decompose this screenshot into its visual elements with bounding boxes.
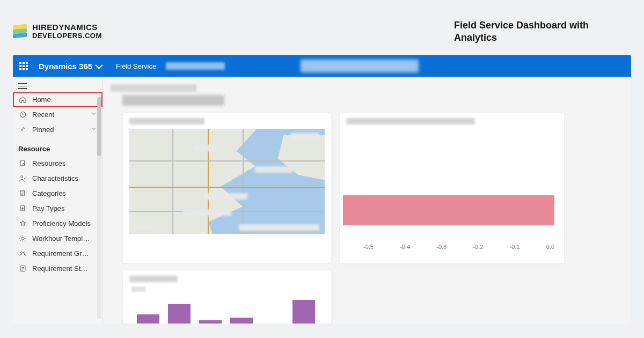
waffle-icon [19,62,28,70]
sidebar-toggle-button[interactable] [13,80,103,92]
chart-tick: -0.4 [400,244,410,250]
sidebar-item-reqstat[interactable]: Requirement Stat... [13,261,103,276]
sidebar-item-label: Home [32,95,51,104]
sidebar-item-label: Resources [32,159,65,167]
reqstat-icon [18,264,27,273]
brand-logo: HIREDYNAMICS DEVELOPERS.COM [13,23,102,40]
sidebar-item-label: Pay Types [32,204,64,212]
sidebar-item-reqgroup[interactable]: Requirement Gro... [13,246,103,261]
sidebar-item-label: Recent [32,111,54,119]
chart-bar [199,320,222,324]
reqgroup-icon [18,249,27,258]
sidebar-item-label: Requirement Gro... [32,249,91,258]
sidebar-item-pinned[interactable]: Pinned [13,122,103,137]
characteristics-icon [18,174,27,183]
topbar-environment-redacted [301,60,419,72]
pin-icon [18,126,27,134]
chevron-down-icon [95,62,103,69]
categories-icon [18,189,27,198]
svg-point-6 [21,237,24,240]
sidebar-item-label: Categories [32,189,66,197]
tile-horizontal-bar-chart: -0.5-0.4-0.3-0.2-0.10.0 [339,112,565,263]
tile-title-redacted [346,118,475,124]
chart-tick: -0.3 [436,244,447,250]
page-title: Field Service Dashboard with Analytics [454,19,615,43]
chart-tick: -0.2 [473,244,483,250]
app-launcher-button[interactable] [16,58,31,74]
sidebar-item-resources[interactable]: Resources [13,156,103,171]
sidebar: Home Recent Pinned [13,77,103,324]
sidebar-item-label: Requirement Stat... [32,264,91,273]
workhour-icon [18,234,27,243]
scrollbar-thumb[interactable] [97,97,101,156]
chart-bar [230,318,253,324]
paytypes-icon [18,204,27,213]
sidebar-item-workhour[interactable]: Workhour Templa... [13,231,103,246]
svg-rect-1 [20,160,25,166]
app-shell: Dynamics 365 Field Service Home [13,55,631,324]
svg-point-8 [23,252,25,253]
sidebar-item-recent[interactable]: Recent [13,107,103,122]
chart-tick: -0.1 [510,244,520,250]
logo-mark-icon [13,25,27,39]
page-heading-redacted [122,95,224,106]
svg-point-3 [20,176,23,178]
chart-bar [168,304,191,324]
chart-legend-redacted [131,286,145,292]
brand-text-line1: HIREDYNAMICS [32,23,102,32]
tile-vertical-bar-chart [122,270,332,324]
topbar-app-name: Field Service [116,62,156,70]
chart-bar [137,314,159,324]
topbar-redacted [166,62,225,70]
sidebar-item-label: Characteristics [32,174,78,182]
sidebar-item-categories[interactable]: Categories [13,186,103,201]
tile-map [122,112,332,263]
chart-bar [343,195,554,225]
hamburger-icon [18,83,27,89]
topbar: Dynamics 365 Field Service [13,55,631,77]
map-visualization[interactable] [129,129,325,234]
vertical-bar-chart [129,294,325,324]
brand-text-line2: DEVELOPERS.COM [32,32,102,40]
resources-icon [18,159,27,168]
chart-x-axis: -0.5-0.4-0.3-0.2-0.10.0 [363,244,554,250]
chart-tick: 0.0 [546,244,554,250]
tile-title-redacted [129,276,178,282]
star-icon [18,219,27,228]
sidebar-item-characteristics[interactable]: Characteristics [13,171,103,186]
chart-tick: -0.5 [363,244,374,250]
chevron-down-icon [91,126,97,134]
sidebar-item-home[interactable]: Home [13,92,103,107]
sidebar-item-label: Proficiency Models [32,219,91,227]
chevron-down-icon [91,111,97,119]
sidebar-item-paytypes[interactable]: Pay Types [13,201,103,216]
tile-title-redacted [129,118,204,124]
home-icon [18,95,27,104]
sidebar-scrollbar[interactable] [97,97,101,319]
breadcrumb-redacted [111,84,196,92]
clock-icon [18,111,27,119]
sidebar-item-label: Workhour Templa... [32,234,91,243]
product-name: Dynamics 365 [39,62,92,71]
svg-point-7 [20,252,22,253]
horizontal-bar-chart: -0.5-0.4-0.3-0.2-0.10.0 [346,129,558,258]
main-content: -0.5-0.4-0.3-0.2-0.10.0 [103,77,631,324]
sidebar-section-resource: Resource [13,137,103,156]
sidebar-item-label: Pinned [32,126,54,134]
product-switcher[interactable]: Dynamics 365 [39,62,101,71]
chart-bar [292,300,315,324]
sidebar-item-proficiency[interactable]: Proficiency Models [13,216,103,231]
